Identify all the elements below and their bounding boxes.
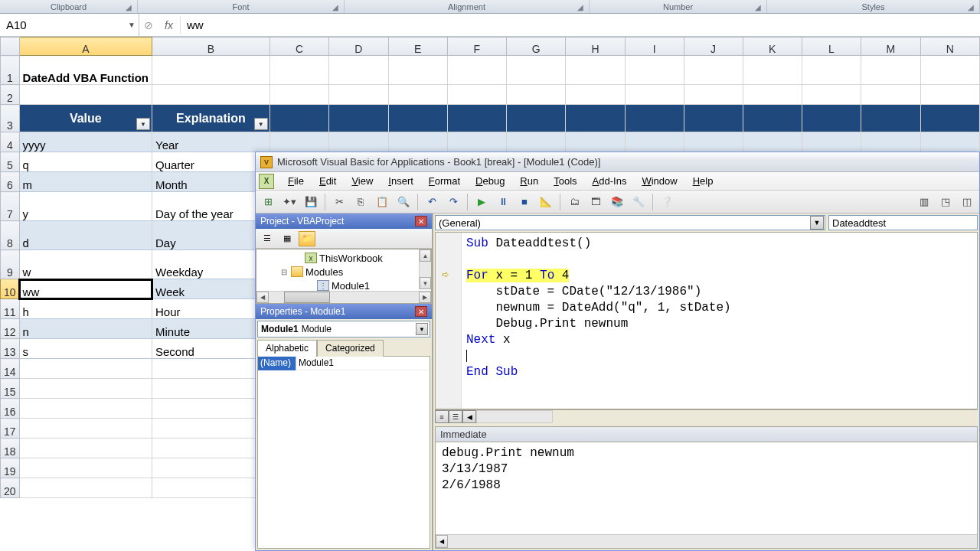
scroll-down-icon[interactable]: ▼ xyxy=(420,277,431,289)
cell-M1[interactable] xyxy=(861,56,920,85)
cell-N4[interactable] xyxy=(920,132,979,152)
col-header-B[interactable]: B xyxy=(152,37,270,56)
cell-K4[interactable] xyxy=(743,132,802,152)
insert-dropdown-button[interactable]: ✦▾ xyxy=(280,193,299,211)
cell-B4[interactable]: Year xyxy=(152,132,270,152)
immediate-body[interactable]: debug.Print newnum 3/13/1987 2/6/1988 xyxy=(436,442,977,534)
tree-toggle-icon[interactable]: ⊟ xyxy=(279,268,289,276)
cell-D3[interactable] xyxy=(329,105,388,132)
cell-I1[interactable] xyxy=(625,56,684,85)
cell-I2[interactable] xyxy=(625,85,684,105)
cell-A9[interactable]: w xyxy=(19,250,152,279)
cell-E3[interactable] xyxy=(388,105,447,132)
scroll-left-icon[interactable]: ◀ xyxy=(436,535,448,548)
menu-debug[interactable]: Debug xyxy=(468,173,512,189)
name-box-dropdown-icon[interactable]: ▼ xyxy=(128,21,136,29)
cell-A12[interactable]: n xyxy=(19,319,152,339)
cell-C3[interactable] xyxy=(270,105,328,132)
col-header-H[interactable]: H xyxy=(566,37,625,56)
cell-F4[interactable] xyxy=(447,132,506,152)
cell-N1[interactable] xyxy=(920,56,979,85)
view-object-icon[interactable]: ▦ xyxy=(279,231,296,246)
col-header-M[interactable]: M xyxy=(861,37,920,56)
row-header-16[interactable]: 16 xyxy=(1,399,20,419)
col-header-E[interactable]: E xyxy=(388,37,447,56)
menu-help[interactable]: Help xyxy=(685,173,721,189)
break-button[interactable]: ⏸ xyxy=(494,193,512,211)
col-header-G[interactable]: G xyxy=(507,37,566,56)
menu-window[interactable]: Window xyxy=(634,173,684,189)
cell-E1[interactable] xyxy=(388,56,447,85)
full-view-icon[interactable]: ☰ xyxy=(449,410,462,423)
cell-A13[interactable]: s xyxy=(19,339,152,359)
cell-G2[interactable] xyxy=(507,85,566,105)
cell-J3[interactable] xyxy=(684,105,743,132)
cell-N3[interactable] xyxy=(920,105,979,132)
code-editor[interactable]: ➪ Sub Dateaddtest() For x = 1 To 4 stDat… xyxy=(435,232,978,409)
cell-B15[interactable] xyxy=(152,379,270,399)
row-header-7[interactable]: 7 xyxy=(1,192,20,221)
cell-B3[interactable]: Explanation▼ xyxy=(152,105,270,132)
cell-B7[interactable]: Day of the year xyxy=(152,192,270,221)
run-button[interactable]: ▶ xyxy=(472,193,491,211)
col-header-D[interactable]: D xyxy=(329,37,388,56)
row-header-20[interactable]: 20 xyxy=(1,478,20,498)
cell-B1[interactable] xyxy=(152,56,270,85)
undo-button[interactable]: ↶ xyxy=(423,193,441,211)
properties-pane-title[interactable]: Properties - Module1 ✕ xyxy=(256,304,432,319)
copy-button[interactable]: ⎘ xyxy=(351,193,370,211)
row-header-14[interactable]: 14 xyxy=(1,359,20,379)
window-arrange-button[interactable]: ◫ xyxy=(958,193,976,211)
menu-format[interactable]: Format xyxy=(421,173,468,189)
design-mode-button[interactable]: 📐 xyxy=(537,193,555,211)
cell-B11[interactable]: Hour xyxy=(152,299,270,319)
cell-A10[interactable]: ww xyxy=(19,279,152,299)
cell-K2[interactable] xyxy=(743,85,802,105)
dropdown-icon[interactable]: ▼ xyxy=(810,216,824,230)
find-button[interactable]: 🔍 xyxy=(394,193,413,211)
scroll-left-icon[interactable]: ◀ xyxy=(256,292,269,303)
cell-A19[interactable] xyxy=(19,458,152,478)
cell-M3[interactable] xyxy=(861,105,920,132)
filter-icon[interactable]: ▼ xyxy=(254,118,268,130)
cell-A16[interactable] xyxy=(19,399,152,419)
cell-A7[interactable]: y xyxy=(19,192,152,221)
cut-button[interactable]: ✂ xyxy=(330,193,348,211)
cell-A3[interactable]: Value▼ xyxy=(19,105,152,132)
cell-B5[interactable]: Quarter xyxy=(152,152,270,172)
view-code-icon[interactable]: ☰ xyxy=(259,231,276,246)
cell-B8[interactable]: Day xyxy=(152,221,270,250)
cell-L2[interactable] xyxy=(802,85,861,105)
row-header-11[interactable]: 11 xyxy=(1,299,20,319)
cell-A11[interactable]: h xyxy=(19,299,152,319)
tree-item-module[interactable]: Module1 xyxy=(332,280,370,292)
h-scroll-track[interactable] xyxy=(476,410,553,423)
redo-button[interactable]: ↷ xyxy=(444,193,462,211)
row-header-10[interactable]: 10 xyxy=(1,279,20,299)
scroll-thumb[interactable] xyxy=(284,292,330,303)
menu-view[interactable]: View xyxy=(344,173,381,189)
cell-D4[interactable] xyxy=(329,132,388,152)
cell-H1[interactable] xyxy=(566,56,625,85)
cell-L4[interactable] xyxy=(802,132,861,152)
dropdown-icon[interactable]: ▼ xyxy=(416,323,428,335)
properties-button[interactable]: 🗔 xyxy=(586,193,605,211)
save-button[interactable]: 💾 xyxy=(302,193,320,211)
window-tile-button[interactable]: ▥ xyxy=(915,193,933,211)
row-header-1[interactable]: 1 xyxy=(1,56,20,85)
cell-B12[interactable]: Minute xyxy=(152,319,270,339)
menu-addins[interactable]: Add-Ins xyxy=(585,173,635,189)
project-explorer-button[interactable]: 🗂 xyxy=(565,193,583,211)
cell-H3[interactable] xyxy=(566,105,625,132)
cell-A1[interactable]: DateAdd VBA Function xyxy=(19,56,152,85)
cell-B9[interactable]: Weekday xyxy=(152,250,270,279)
col-header-C[interactable]: C xyxy=(270,37,328,56)
col-header-A[interactable]: A xyxy=(19,37,152,56)
object-combo[interactable]: (General) ▼ xyxy=(435,215,825,230)
cell-A8[interactable]: d xyxy=(19,221,152,250)
cell-E2[interactable] xyxy=(388,85,447,105)
cell-A6[interactable]: m xyxy=(19,172,152,192)
insert-function-button[interactable]: fx xyxy=(158,16,181,34)
row-header-5[interactable]: 5 xyxy=(1,152,20,172)
row-header-12[interactable]: 12 xyxy=(1,319,20,339)
